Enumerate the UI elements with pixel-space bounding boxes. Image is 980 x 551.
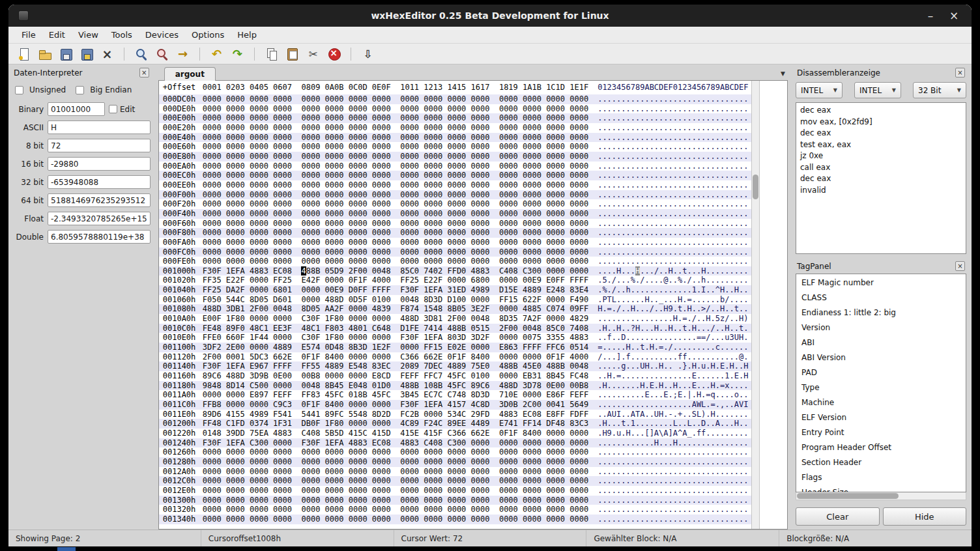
hex-row-ascii[interactable]: ................................ [598,133,751,143]
hex-row-bytes[interactable]: FF48 C1FD 0374 1F31 DB0F 1F80 0000 0000 … [203,419,588,429]
hex-row-ascii[interactable]: ................................ [598,104,751,114]
save-as-button[interactable] [78,45,95,63]
cut-button[interactable] [304,45,322,63]
edit-checkbox[interactable] [109,105,117,113]
menu-item-devices[interactable]: Devices [139,27,185,42]
hex-row-bytes[interactable]: 0148 39DD 75EA 4883 C408 5B5D 415C 415D … [203,429,588,438]
hex-row-bytes[interactable]: E00F 1F80 0000 0000 C30F 1F80 0000 0000 … [203,314,588,324]
hex-row-bytes[interactable]: 0000 0000 0000 0000 0000 0000 0000 0000 … [203,152,588,162]
hex-row-bytes[interactable]: FF25 DA2F 0000 6801 0000 00E9 D0FF FFFF … [203,285,588,295]
hex-row-ascii[interactable]: .%./..h.............1.I..^H..H.. [598,285,751,295]
hex-row-bytes[interactable]: 89C6 488D 3D9B 0E00 00B8 0000 0000 E8CD … [203,371,588,381]
tag-item[interactable]: Header Size [796,485,966,492]
tag-item[interactable]: ABI [796,335,966,350]
disasm-line[interactable]: call eax [798,162,964,174]
tag-item[interactable]: ABI Version [796,350,966,365]
window-close-button[interactable]: × [944,5,964,27]
menu-item-view[interactable]: View [72,27,105,42]
hex-row-bytes[interactable]: 0000 0000 0000 0000 0000 0000 0000 0000 … [203,209,588,219]
tag-item[interactable]: Version [796,320,966,335]
hex-row-bytes[interactable]: 0000 0000 0000 0000 0000 0000 0000 0000 … [203,94,588,104]
tag-item[interactable]: Entry Point [796,425,966,440]
hex-row-ascii[interactable]: ................................ [598,152,751,162]
hex-row-ascii[interactable]: ................................ [598,228,751,238]
hex-row-ascii[interactable]: ....................AWL.=.,..AVI [598,400,751,410]
tag-scrollbar-thumb[interactable] [797,493,899,499]
hex-row-bytes[interactable]: 89D6 4155 4989 F541 5441 89FC 5548 8D2D … [203,410,588,419]
hex-row-bytes[interactable]: FFE0 660F 1F44 0000 C30F 1F80 0000 0000 … [203,333,588,343]
hex-row-ascii[interactable]: ..AUI..ATA..UH.-.+..SL).H....... [598,410,751,419]
disassembler-close-icon[interactable]: × [955,68,965,78]
hex-row-ascii[interactable]: ................................ [598,505,751,515]
tag-panel-close-icon[interactable]: × [955,261,965,271]
hex-row-ascii[interactable]: ................................ [598,142,751,152]
tab-list-dropdown-icon[interactable]: ▼ [781,70,785,77]
hex-row-ascii[interactable]: ............H...H............... [598,438,751,448]
float-input[interactable]: -2.3493320785265e+15 [48,212,151,225]
hex-vertical-scrollbar[interactable] [751,81,760,529]
hex-row-bytes[interactable]: 0000 0000 0000 0000 0000 0000 0000 0000 … [203,219,588,229]
hex-row-bytes[interactable]: 0000 0000 0000 0000 0000 0000 0000 0000 … [203,162,588,171]
hex-row-ascii[interactable]: ................................ [598,515,751,524]
hex-row-ascii[interactable]: ................................ [598,257,751,266]
hex-row-bytes[interactable]: FE48 89F0 48C1 EE3F 48C1 F803 4801 C648 … [203,324,588,333]
hex-row-ascii[interactable]: ................................ [598,162,751,171]
ascii-input[interactable]: H [48,120,151,134]
hex-row-bytes[interactable]: 0000 0000 0000 0000 0000 0000 0000 0000 … [203,113,588,123]
find-button[interactable] [132,45,150,63]
hex-row-ascii[interactable]: H.=./..H.../..H9.t.H..>/..H..t.. [598,304,751,314]
disasm-line[interactable]: jz 0xe [798,150,964,162]
disasm-line[interactable]: invalid [798,185,964,197]
menu-item-help[interactable]: Help [231,27,263,42]
hex-row-bytes[interactable]: 0000 0000 0000 0000 0000 0000 0000 0000 … [203,142,588,152]
unsigned-checkbox[interactable] [15,86,23,94]
tag-button[interactable] [359,45,377,63]
hex-row-bytes[interactable]: 0000 0000 0000 0000 0000 0000 0000 0000 … [203,238,588,247]
hex-cursor[interactable]: 4 [301,266,306,276]
double-input[interactable]: 6.8059578880119e+38 [48,230,151,244]
16-bit-input[interactable]: -29880 [48,157,151,171]
disasm-syntax-select[interactable]: INTEL ▼ [796,82,843,98]
tag-horizontal-scrollbar[interactable] [796,492,966,500]
tag-item[interactable]: ELF Version [796,410,966,425]
hex-row-bytes[interactable]: 0000 0000 0000 0000 0000 0000 0000 0000 … [203,228,588,238]
hex-row-ascii[interactable]: ................................ [598,199,751,209]
hex-row-ascii[interactable]: .H.......H.E.H..H...E...H.=x.... [598,381,751,391]
hex-row-bytes[interactable]: 0000 0000 0000 0000 0000 0000 0000 0000 … [203,190,588,200]
hex-row-ascii[interactable]: ................................ [598,171,751,180]
hex-row-ascii[interactable]: ..f..D...............==/...u3UH. [598,333,751,343]
hex-row-bytes[interactable]: 9848 8D14 C500 0000 0048 8B45 E048 01D0 … [203,381,588,391]
save-button[interactable] [57,45,74,63]
hide-button[interactable]: Hide [883,507,967,526]
tag-item[interactable]: Machine [796,395,966,410]
tag-item[interactable]: PAD [796,365,966,380]
tag-item[interactable]: CLASS [796,290,966,305]
hex-row-bytes[interactable]: F30F 1EFA 4883 EC08 488B 05D9 2F00 0048 … [203,266,588,276]
hex-row-ascii[interactable]: ................H.=./..H.5z/..H) [598,314,751,324]
menu-item-options[interactable]: Options [185,27,231,42]
ascii-cursor[interactable]: H [635,266,640,276]
hex-row-ascii[interactable]: ................................ [598,238,751,247]
hex-row-ascii[interactable]: ..........E...E.;E.|.H.=q....o.. [598,390,751,400]
hex-row-ascii[interactable]: ................................ [598,94,751,104]
disasm-line[interactable]: mov eax, [0x2fd9] [798,117,964,128]
hex-row-ascii[interactable]: .PTL......H.._...H.=......b/.... [598,295,751,305]
cancel-button[interactable] [325,45,343,63]
hex-row-bytes[interactable]: 0000 0000 0000 0000 0000 0000 0000 0000 … [203,247,588,257]
hex-row-bytes[interactable]: 0000 0000 0000 0000 0000 0000 0000 0000 … [203,486,588,496]
hex-row-bytes[interactable]: 3DF2 2E00 0000 4889 E574 0D48 8B3D 1E2F … [203,343,588,352]
clear-button[interactable]: Clear [796,507,880,526]
hex-row-ascii[interactable]: ................................ [598,180,751,190]
redo-button[interactable] [229,45,246,63]
menu-item-edit[interactable]: Edit [42,27,72,42]
hex-row-ascii[interactable]: ................................ [598,496,751,505]
hex-row-ascii[interactable]: ................................ [598,123,751,133]
64-bit-input[interactable]: 5188146976235293512 [48,193,151,207]
paste-button[interactable] [283,45,301,63]
interpreter-close-icon[interactable]: × [139,68,149,78]
hex-row-ascii[interactable]: ................................ [598,113,751,123]
hex-row-ascii[interactable]: ....H...H.../..H..t...H......... [598,266,751,276]
hex-row-bytes[interactable]: 2F00 0001 5DC3 662E 0F1F 8400 0000 0000 … [203,352,588,362]
disasm-line[interactable]: test eax, eax [798,139,964,151]
scrollbar-thumb[interactable] [753,175,758,199]
